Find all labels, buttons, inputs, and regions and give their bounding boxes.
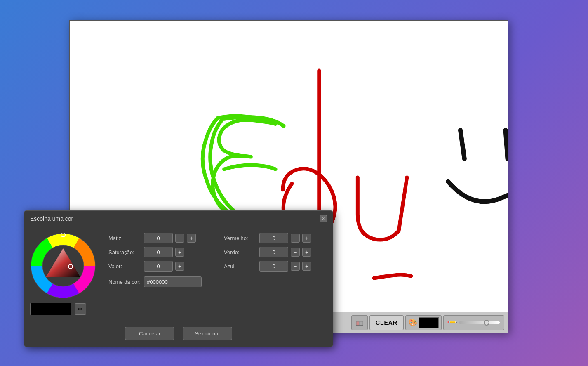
select-button[interactable]: Selecionar — [183, 327, 232, 340]
color-preview-row: ✏ — [30, 303, 100, 315]
nome-input[interactable] — [144, 276, 202, 287]
azul-label: Azul: — [224, 263, 257, 269]
color-area[interactable]: 🎨 — [405, 315, 442, 330]
color-preview-swatch — [30, 303, 71, 315]
verde-label: Verde: — [224, 249, 257, 255]
color-wheel-container: ✏ — [30, 233, 100, 315]
brush-icon: ✏️ — [446, 317, 458, 328]
valor-label: Valor: — [108, 263, 141, 269]
dialog-controls: Matiz: − + Saturação: + Valor: + — [108, 233, 327, 315]
brush-area[interactable]: ✏️ — [443, 315, 504, 330]
verde-increase-button[interactable]: + — [302, 248, 311, 257]
nome-label: Nome da cor: — [108, 279, 141, 285]
azul-increase-button[interactable]: + — [302, 262, 311, 271]
verde-input[interactable] — [259, 247, 288, 257]
clear-button[interactable]: CLEAR — [369, 315, 404, 330]
verde-decrease-button[interactable]: − — [291, 248, 300, 257]
saturacao-label: Saturação: — [108, 249, 141, 255]
azul-row: Azul: − + — [224, 261, 327, 272]
dialog-close-button[interactable]: × — [320, 215, 327, 222]
palette-icon: 🎨 — [408, 318, 417, 327]
eraser-button[interactable] — [351, 315, 368, 330]
color-wheel[interactable] — [30, 233, 96, 299]
color-wheel-svg — [30, 233, 96, 299]
vermelho-input[interactable] — [259, 233, 288, 243]
verde-row: Verde: − + — [224, 247, 327, 257]
saturacao-input[interactable] — [144, 247, 173, 257]
color-swatch — [419, 317, 439, 328]
azul-input[interactable] — [259, 261, 288, 272]
dialog-title: Escolha uma cor — [30, 215, 73, 222]
matiz-row: Matiz: − + — [108, 233, 212, 243]
color-picker-dialog: Escolha uma cor × — [24, 210, 333, 347]
matiz-decrease-button[interactable]: − — [175, 234, 184, 243]
vermelho-label: Vermelho: — [224, 235, 257, 241]
valor-increase-button[interactable]: + — [175, 262, 184, 271]
dialog-titlebar: Escolha uma cor × — [24, 211, 333, 226]
svg-rect-4 — [356, 321, 359, 326]
matiz-label: Matiz: — [108, 235, 141, 241]
vermelho-increase-button[interactable]: + — [302, 234, 311, 243]
matiz-increase-button[interactable]: + — [187, 234, 196, 243]
saturacao-row: Saturação: + — [108, 247, 212, 257]
vermelho-row: Vermelho: − + — [224, 233, 327, 243]
svg-line-2 — [506, 130, 508, 159]
valor-input[interactable] — [144, 261, 173, 272]
saturacao-increase-button[interactable]: + — [175, 248, 184, 257]
dialog-footer: Cancelar Selecionar — [24, 327, 333, 340]
matiz-input[interactable] — [144, 233, 173, 243]
eyedropper-button[interactable]: ✏ — [75, 303, 86, 315]
eraser-icon — [355, 318, 364, 327]
cancel-button[interactable]: Cancelar — [125, 327, 174, 340]
vermelho-decrease-button[interactable]: − — [291, 234, 300, 243]
name-row: Nome da cor: — [108, 276, 327, 287]
brush-size-slider[interactable] — [459, 321, 500, 324]
valor-row: Valor: + — [108, 261, 212, 272]
azul-decrease-button[interactable]: − — [291, 262, 300, 271]
svg-line-1 — [460, 130, 464, 159]
dialog-body: ✏ Matiz: − + Saturação: + — [24, 226, 333, 320]
